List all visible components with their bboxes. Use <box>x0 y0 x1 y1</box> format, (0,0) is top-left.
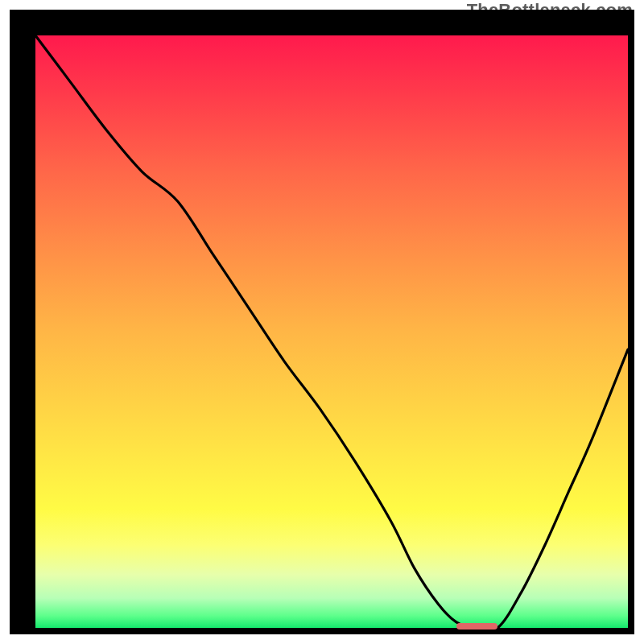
optimal-marker <box>456 623 498 630</box>
bottleneck-curve <box>35 35 628 628</box>
chart-frame <box>10 10 634 634</box>
chart-plot-area <box>35 35 628 628</box>
curve-path <box>35 35 628 628</box>
